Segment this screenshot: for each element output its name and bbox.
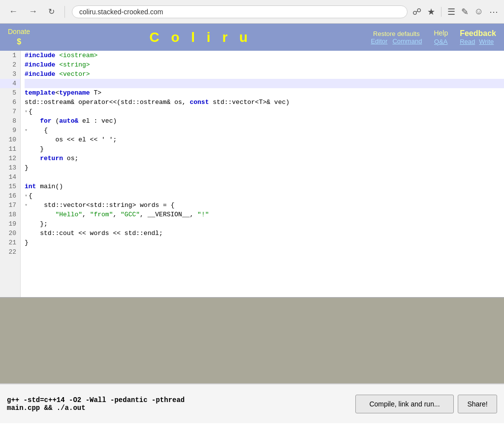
code-text [25, 79, 29, 88]
code-line: } [25, 163, 504, 172]
profile-icon[interactable]: ☺ [474, 6, 483, 17]
code-line: os << el << ' '; [25, 135, 504, 144]
editor-area[interactable]: 12345678910111213141516171819202122 #inc… [0, 51, 504, 298]
line-number: 12 [0, 154, 20, 163]
read-link[interactable]: Read [460, 38, 475, 45]
feedback-section: Feedback Read Write [460, 29, 496, 45]
browser-icons: ☍ ★ ☰ ✎ ☺ ⋯ [412, 6, 498, 17]
line-number: 8 [0, 116, 20, 126]
browser-chrome: ← → ↻ ☍ ★ ☰ ✎ ☺ ⋯ [0, 0, 504, 24]
line-number: 9 [0, 126, 20, 135]
code-text: os << el << ' '; [25, 135, 117, 144]
line-number: 14 [0, 172, 20, 182]
line-number: 19 [0, 219, 20, 229]
code-text: #include <iostream> [25, 51, 97, 60]
code-line: std::ostream& operator<<(std::ostream& o… [25, 98, 504, 107]
code-text: "Hello", "from", "GCC", __VERSION__, "!" [25, 210, 209, 219]
line-number: 20 [0, 229, 20, 238]
line-number: 13 [0, 163, 20, 172]
code-line [25, 79, 504, 88]
command-line2: main.cpp && ./a.out [7, 404, 355, 412]
line-number: 17 [0, 201, 20, 210]
line-number: 18 [0, 210, 20, 219]
code-line: std::cout << words << std::endl; [25, 229, 504, 238]
line-number: 1 [0, 51, 20, 60]
editor-link[interactable]: Editor [371, 37, 387, 45]
command-link[interactable]: Command [392, 37, 422, 45]
code-text [25, 172, 29, 182]
code-line [25, 247, 504, 257]
reload-button[interactable]: ↻ [45, 5, 58, 18]
fold-marker[interactable]: ▾ [25, 191, 28, 201]
line-numbers: 12345678910111213141516171819202122 [0, 51, 21, 297]
code-text: } [25, 163, 29, 172]
qa-link[interactable]: Q&A [434, 38, 447, 45]
code-text: std::ostream& operator<<(std::ostream& o… [25, 98, 289, 107]
code-line: int main() [25, 182, 504, 191]
code-line [25, 172, 504, 182]
line-number: 3 [0, 69, 20, 79]
code-text: }; [25, 219, 48, 229]
line-number: 10 [0, 135, 20, 144]
coliru-title: C o l i r u [149, 30, 252, 45]
menu-icon[interactable]: ☰ [447, 6, 455, 17]
line-number: 5 [0, 88, 20, 98]
bottom-buttons: Compile, link and run... Share! [355, 395, 497, 413]
donate-dollar: $ [8, 36, 30, 47]
code-text: #include <vector> [25, 69, 90, 79]
code-text: std::cout << words << std::endl; [25, 229, 163, 238]
help-label: Help [434, 29, 448, 37]
restore-links: Editor Command [371, 37, 422, 45]
code-line: ▾{ [25, 107, 504, 116]
code-line: ▾ std::vector<std::string> words = { [25, 201, 504, 210]
restore-section: Restore defaults Editor Command [371, 30, 422, 45]
fold-marker[interactable]: ▾ [25, 107, 28, 116]
command-line1: g++ -std=c++14 -O2 -Wall -pedantic -pthr… [7, 396, 355, 404]
code-text: #include <string> [25, 60, 90, 69]
command-text: g++ -std=c++14 -O2 -Wall -pedantic -pthr… [7, 396, 355, 412]
code-text: } [25, 144, 44, 154]
bookmark-icon[interactable]: ★ [427, 6, 435, 17]
forward-button[interactable]: → [26, 4, 40, 19]
code-text: { [29, 107, 32, 116]
compile-button[interactable]: Compile, link and run... [355, 395, 454, 413]
code-line: #include <vector> [25, 69, 504, 79]
url-bar[interactable] [72, 5, 408, 18]
code-content[interactable]: #include <iostream>#include <string>#inc… [21, 51, 504, 297]
fold-marker[interactable]: ▾ [25, 126, 28, 135]
back-button[interactable]: ← [6, 4, 21, 19]
annotate-icon[interactable]: ✎ [461, 6, 469, 17]
code-text: int main() [25, 182, 63, 191]
code-line: } [25, 144, 504, 154]
donate-label: Donate [8, 27, 30, 37]
code-line: template<typename T> [25, 88, 504, 98]
more-icon[interactable]: ⋯ [489, 6, 498, 17]
donate-section: Donate $ [8, 27, 30, 48]
line-number: 22 [0, 247, 20, 257]
share-button[interactable]: Share! [458, 395, 497, 413]
line-number: 4 [0, 79, 20, 88]
code-text: template<typename T> [25, 88, 101, 98]
code-text: { [29, 126, 48, 135]
fold-marker[interactable]: ▾ [25, 201, 28, 210]
line-number: 21 [0, 238, 20, 247]
reader-icon[interactable]: ☍ [412, 6, 421, 17]
code-text: { [29, 191, 32, 201]
code-line: ▾ { [25, 126, 504, 135]
line-number: 16 [0, 191, 20, 201]
code-text: for (auto& el : vec) [25, 116, 117, 126]
feedback-links: Read Write [460, 38, 496, 45]
line-number: 6 [0, 98, 20, 107]
line-number: 11 [0, 144, 20, 154]
separator [64, 6, 65, 18]
divider2 [441, 7, 441, 17]
code-text: return os; [25, 154, 78, 163]
code-text: } [25, 238, 29, 247]
bottom-bar: g++ -std=c++14 -O2 -Wall -pedantic -pthr… [0, 383, 504, 423]
header-right: Restore defaults Editor Command Help Q&A… [371, 29, 496, 46]
code-line: ▾{ [25, 191, 504, 201]
code-line: return os; [25, 154, 504, 163]
line-number: 15 [0, 182, 20, 191]
code-line: for (auto& el : vec) [25, 116, 504, 126]
write-link[interactable]: Write [479, 38, 494, 45]
